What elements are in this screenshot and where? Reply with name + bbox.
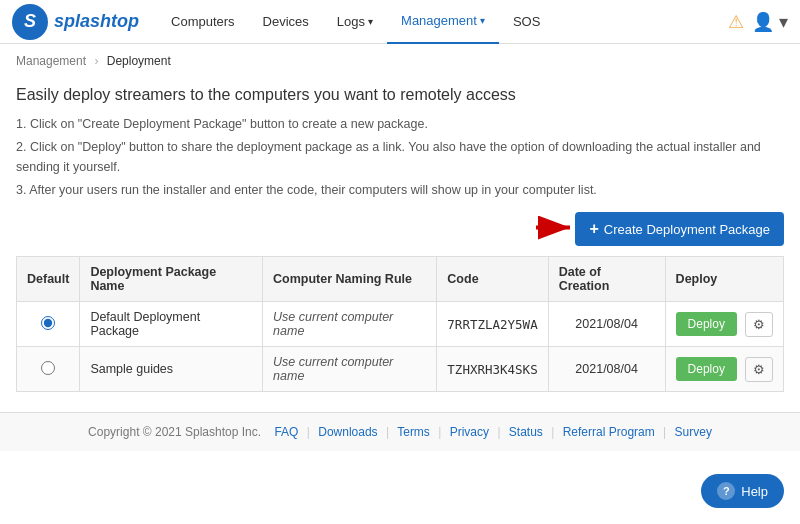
footer-sep-5: | bbox=[551, 425, 554, 439]
footer-downloads[interactable]: Downloads bbox=[318, 425, 377, 439]
create-deployment-button[interactable]: + Create Deployment Package bbox=[575, 212, 784, 246]
brand-name: splashtop bbox=[54, 11, 139, 32]
breadcrumb-current: Deployment bbox=[107, 54, 171, 68]
help-circle-icon: ? bbox=[717, 482, 735, 500]
table-row: Sample guidesUse current computer nameTZ… bbox=[17, 347, 784, 392]
user-menu-button[interactable]: 👤 ▾ bbox=[752, 11, 788, 33]
footer: Copyright © 2021 Splashtop Inc. FAQ | Do… bbox=[0, 412, 800, 451]
default-cell bbox=[17, 347, 80, 392]
col-deploy: Deploy bbox=[665, 257, 783, 302]
code-cell: TZHXRH3K4SKS bbox=[437, 347, 548, 392]
page-title: Easily deploy streamers to the computers… bbox=[16, 86, 784, 104]
logs-chevron-icon: ▾ bbox=[368, 16, 373, 27]
table-header-row: Default Deployment Package Name Computer… bbox=[17, 257, 784, 302]
arrow-icon bbox=[532, 214, 576, 245]
nav-management[interactable]: Management ▾ bbox=[387, 0, 499, 44]
footer-sep-1: | bbox=[307, 425, 310, 439]
user-icon: 👤 ▾ bbox=[752, 11, 788, 33]
nav-devices[interactable]: Devices bbox=[249, 0, 323, 44]
warning-button[interactable]: ⚠ bbox=[728, 11, 744, 33]
brand-icon-text: S bbox=[24, 11, 36, 32]
navbar: S splashtop Computers Devices Logs ▾ Man… bbox=[0, 0, 800, 44]
naming-rule-cell: Use current computer name bbox=[263, 347, 437, 392]
create-button-label: Create Deployment Package bbox=[604, 222, 770, 237]
date-cell: 2021/08/04 bbox=[548, 302, 665, 347]
action-row: + Create Deployment Package bbox=[16, 212, 784, 246]
help-button[interactable]: ? Help bbox=[701, 474, 784, 508]
instruction-2: 2. Click on "Deploy" button to share the… bbox=[16, 137, 784, 177]
footer-sep-6: | bbox=[663, 425, 666, 439]
default-cell bbox=[17, 302, 80, 347]
nav-links: Computers Devices Logs ▾ Management ▾ SO… bbox=[157, 0, 728, 44]
nav-right: ⚠ 👤 ▾ bbox=[728, 11, 788, 33]
footer-referral[interactable]: Referral Program bbox=[563, 425, 655, 439]
default-radio[interactable] bbox=[41, 361, 55, 375]
instruction-3: 3. After your users run the installer an… bbox=[16, 180, 784, 200]
warning-icon: ⚠ bbox=[728, 11, 744, 33]
footer-status[interactable]: Status bbox=[509, 425, 543, 439]
breadcrumb-separator: › bbox=[94, 54, 98, 68]
gear-button[interactable]: ⚙ bbox=[745, 357, 773, 382]
package-name-cell: Sample guides bbox=[80, 347, 263, 392]
instructions: 1. Click on "Create Deployment Package" … bbox=[16, 114, 784, 200]
table-row: Default Deployment PackageUse current co… bbox=[17, 302, 784, 347]
management-chevron-icon: ▾ bbox=[480, 15, 485, 26]
footer-sep-3: | bbox=[438, 425, 441, 439]
deployment-table: Default Deployment Package Name Computer… bbox=[16, 256, 784, 392]
brand: S splashtop bbox=[12, 4, 139, 40]
deploy-cell: Deploy⚙ bbox=[665, 302, 783, 347]
nav-logs[interactable]: Logs ▾ bbox=[323, 0, 387, 44]
help-label: Help bbox=[741, 484, 768, 499]
naming-rule-cell: Use current computer name bbox=[263, 302, 437, 347]
col-default: Default bbox=[17, 257, 80, 302]
package-name-cell: Default Deployment Package bbox=[80, 302, 263, 347]
footer-privacy[interactable]: Privacy bbox=[450, 425, 489, 439]
footer-terms[interactable]: Terms bbox=[397, 425, 430, 439]
col-name: Deployment Package Name bbox=[80, 257, 263, 302]
default-radio[interactable] bbox=[41, 316, 55, 330]
nav-sos[interactable]: SOS bbox=[499, 0, 554, 44]
col-date: Date of Creation bbox=[548, 257, 665, 302]
deploy-cell: Deploy⚙ bbox=[665, 347, 783, 392]
deploy-button[interactable]: Deploy bbox=[676, 312, 737, 336]
brand-icon: S bbox=[12, 4, 48, 40]
gear-button[interactable]: ⚙ bbox=[745, 312, 773, 337]
breadcrumb-management[interactable]: Management bbox=[16, 54, 86, 68]
footer-sep-4: | bbox=[497, 425, 500, 439]
footer-sep-2: | bbox=[386, 425, 389, 439]
footer-faq[interactable]: FAQ bbox=[274, 425, 298, 439]
deploy-actions: Deploy⚙ bbox=[676, 357, 773, 382]
col-code: Code bbox=[437, 257, 548, 302]
main-content: Easily deploy streamers to the computers… bbox=[0, 78, 800, 412]
footer-survey[interactable]: Survey bbox=[675, 425, 712, 439]
nav-computers[interactable]: Computers bbox=[157, 0, 249, 44]
footer-copyright: Copyright © 2021 Splashtop Inc. bbox=[88, 425, 261, 439]
deploy-button[interactable]: Deploy bbox=[676, 357, 737, 381]
code-cell: 7RRTZLA2Y5WA bbox=[437, 302, 548, 347]
create-plus-icon: + bbox=[589, 220, 598, 238]
deploy-actions: Deploy⚙ bbox=[676, 312, 773, 337]
date-cell: 2021/08/04 bbox=[548, 347, 665, 392]
col-naming-rule: Computer Naming Rule bbox=[263, 257, 437, 302]
breadcrumb: Management › Deployment bbox=[0, 44, 800, 78]
instruction-1: 1. Click on "Create Deployment Package" … bbox=[16, 114, 784, 134]
